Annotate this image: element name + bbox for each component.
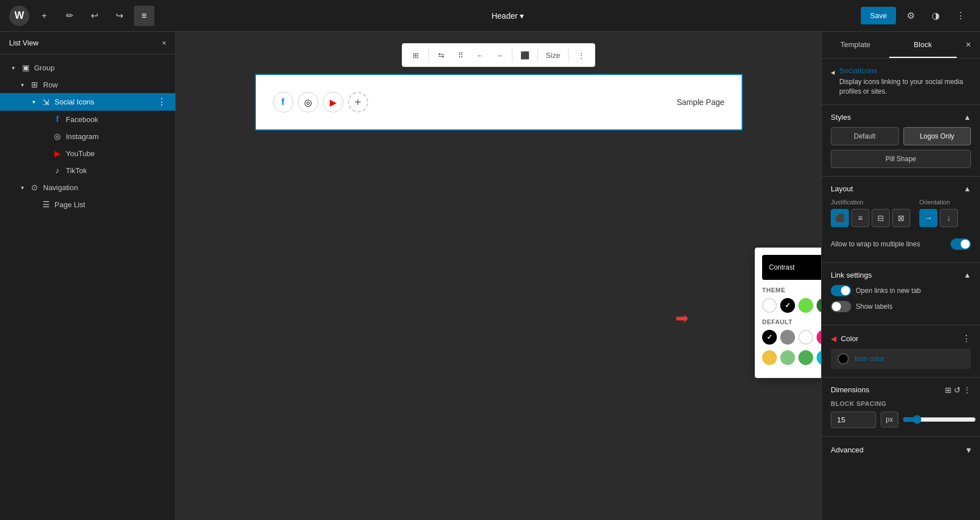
more-toolbar-button[interactable]: ⋮ (572, 46, 590, 64)
justify-spread-button[interactable]: ⊠ (892, 209, 910, 227)
default-color-green[interactable] (798, 350, 813, 365)
justify-right-button[interactable]: ⊟ (872, 209, 890, 227)
icon-color-label: Icon color (855, 355, 884, 363)
default-color-yellow[interactable] (762, 350, 777, 365)
save-button[interactable]: Save (861, 7, 896, 24)
block-spacing-slider[interactable] (903, 415, 976, 424)
more-options-icon[interactable]: ⋮ (157, 97, 166, 107)
link-settings-title: Link settings (831, 271, 872, 279)
wordpress-logo[interactable]: W (9, 6, 30, 26)
wrap-toggle[interactable] (950, 238, 971, 250)
sidebar-item-youtube[interactable]: ▶ YouTube (0, 145, 175, 162)
styles-header[interactable]: Styles ▲ (831, 113, 971, 121)
add-social-icon[interactable]: + (348, 92, 368, 112)
youtube-social-icon[interactable]: ▶ (323, 92, 343, 112)
dimensions-link-button[interactable]: ⊞ (945, 385, 952, 395)
sidebar-item-page-list[interactable]: ☰ Page List (0, 196, 175, 213)
transform-button[interactable]: ⊞ (407, 46, 425, 64)
sidebar-item-tiktok[interactable]: ♪ TikTok (0, 162, 175, 179)
back-arrow-icon[interactable]: ◂ (831, 68, 835, 77)
layout-header[interactable]: Layout ▲ (831, 184, 971, 193)
block-spacing-input-row: px (831, 412, 971, 428)
theme-color-white[interactable] (762, 298, 777, 313)
styles-section: Styles ▲ Default Logos Only Pill Shape (822, 105, 980, 177)
link-settings-header[interactable]: Link settings ▲ (831, 271, 971, 279)
default-style-button[interactable]: Default (831, 127, 899, 145)
toolbar-divider-4 (568, 48, 569, 62)
add-block-button[interactable]: + (34, 6, 54, 26)
close-list-view-button[interactable]: × (162, 39, 166, 47)
move-right-button[interactable]: → (490, 46, 508, 64)
default-color-white[interactable] (798, 330, 813, 345)
left-sidebar: List View × ▾ ▣ Group ▾ ⊞ Row ▾ ⇲ Social… (0, 32, 176, 520)
dimensions-more-button[interactable]: ⋮ (963, 385, 971, 395)
dimensions-title: Dimensions (831, 385, 869, 394)
default-color-light-green[interactable] (780, 350, 795, 365)
sidebar-item-row[interactable]: ▾ ⊞ Row (0, 76, 175, 93)
theme-color-green-dark[interactable] (817, 298, 821, 313)
edit-button[interactable]: ✏ (59, 6, 79, 26)
page-list-label: Page List (54, 200, 166, 209)
default-color-black[interactable] (762, 330, 777, 345)
drag-button[interactable]: ⠿ (452, 46, 470, 64)
vertical-button[interactable]: ↓ (940, 209, 958, 227)
sidebar-item-navigation[interactable]: ▾ ⊙ Navigation (0, 179, 175, 196)
row-icon: ⊞ (30, 79, 40, 90)
icon-color-option[interactable]: Icon color (831, 349, 971, 369)
color-section: ◀ Color ⋮ Icon color (822, 325, 980, 378)
justify-center-button[interactable]: ≡ (851, 209, 869, 227)
row-label: Row (43, 81, 166, 89)
unit-label: px (881, 412, 898, 427)
settings-button[interactable]: ⚙ (901, 6, 921, 26)
sidebar-item-social-icons[interactable]: ▾ ⇲ Social Icons ⋮ (0, 93, 175, 111)
advanced-section[interactable]: Advanced ▾ (822, 437, 980, 463)
chevron-down-icon: ▾ (520, 11, 524, 20)
default-color-swatches (762, 330, 821, 345)
toolbar-divider-3 (537, 48, 538, 62)
block-spacing-input[interactable] (831, 412, 876, 428)
redo-button[interactable]: ↪ (109, 6, 129, 26)
color-more-button[interactable]: ⋮ (962, 333, 971, 344)
default-color-gray[interactable] (780, 330, 795, 345)
share-button[interactable]: ⇆ (432, 46, 451, 64)
horizontal-button[interactable]: → (919, 209, 937, 227)
tiktok-icon: ♪ (52, 165, 62, 175)
align-button[interactable]: ⬛ (516, 46, 534, 64)
open-new-tab-toggle[interactable] (831, 285, 851, 296)
chevron-up-icon: ▲ (964, 271, 971, 279)
open-new-tab-row: Open links in new tab (831, 285, 971, 296)
size-button[interactable]: Size (541, 49, 565, 62)
undo-button[interactable]: ↩ (84, 6, 104, 26)
theme-color-green-light[interactable] (798, 298, 813, 313)
default-color-pink[interactable] (817, 330, 821, 345)
logos-only-style-button[interactable]: Logos Only (903, 127, 971, 145)
instagram-social-icon[interactable]: ◎ (298, 92, 318, 112)
pill-shape-style-button[interactable]: Pill Shape (831, 150, 971, 168)
dimensions-reset-button[interactable]: ↺ (954, 385, 961, 395)
justify-left-button[interactable]: ⬛ (831, 209, 849, 227)
main-layout: List View × ▾ ▣ Group ▾ ⊞ Row ▾ ⇲ Social… (0, 32, 980, 520)
header-dropdown[interactable]: Header ▾ (491, 11, 524, 20)
list-view-button[interactable]: ≡ (134, 6, 154, 26)
sidebar-item-facebook[interactable]: f Facebook (0, 111, 175, 128)
group-icon: ▣ (20, 62, 31, 73)
layout-columns: Justification ⬛ ≡ ⊟ ⊠ Orientation → ↓ (831, 199, 971, 233)
facebook-social-icon[interactable]: f (273, 92, 293, 112)
sidebar-item-group[interactable]: ▾ ▣ Group (0, 59, 175, 76)
default-color-cyan[interactable] (817, 350, 821, 365)
orientation-buttons: → ↓ (919, 209, 971, 227)
color-arrow-icon: ◀ (831, 334, 836, 343)
block-tab[interactable]: Block (889, 32, 957, 58)
close-right-sidebar-button[interactable]: × (957, 32, 980, 58)
sidebar-item-instagram[interactable]: ◎ Instagram (0, 128, 175, 145)
contrast-button[interactable]: ◑ (926, 6, 946, 26)
theme-color-black[interactable] (780, 298, 795, 313)
group-label: Group (34, 64, 166, 72)
more-options-button[interactable]: ⋮ (950, 6, 971, 26)
template-tab[interactable]: Template (822, 32, 889, 58)
styles-row-2: Pill Shape (831, 150, 971, 168)
color-preview-bar[interactable]: Contrast 000000 (762, 255, 821, 280)
toolbar-divider (428, 48, 429, 62)
move-left-button[interactable]: ← (471, 46, 489, 64)
show-labels-toggle[interactable] (831, 301, 851, 312)
